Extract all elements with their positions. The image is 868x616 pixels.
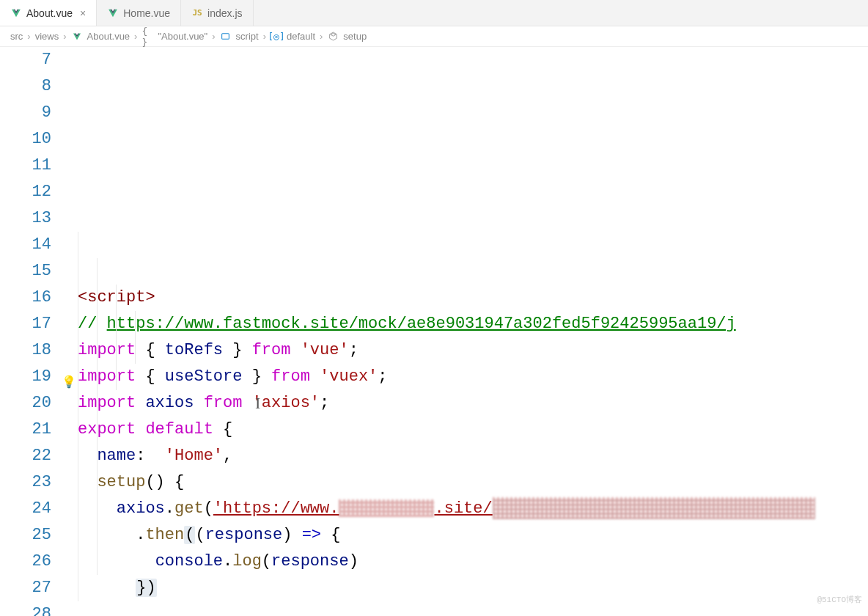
- line-number: 7: [0, 47, 51, 73]
- line-number: 16: [0, 285, 51, 311]
- code-line[interactable]: name: 'Home',: [78, 443, 868, 469]
- glyph-margin: 💡: [66, 47, 78, 616]
- tab-label: index.js: [207, 7, 242, 19]
- line-number: 10: [0, 126, 51, 153]
- line-number-gutter: 7891011121314151617181920212223242526272…: [0, 47, 66, 616]
- js-icon: JS: [191, 7, 203, 19]
- line-number: 23: [0, 469, 51, 496]
- vue-icon: [71, 31, 83, 43]
- braces-icon: { }: [141, 31, 153, 43]
- line-number: 28: [0, 601, 51, 616]
- bc-views[interactable]: views: [35, 31, 59, 42]
- close-icon[interactable]: ×: [80, 7, 86, 19]
- line-number: 25: [0, 522, 51, 549]
- editor-tabbar: About.vue × Home.vue JS index.js: [0, 0, 868, 26]
- text-cursor-icon: I: [255, 390, 260, 417]
- bc-setup[interactable]: setup: [343, 31, 367, 42]
- code-line[interactable]: import axios from 'axios';: [78, 390, 868, 417]
- chevron-right-icon: ›: [320, 31, 323, 42]
- line-number: 11: [0, 153, 51, 179]
- bracket-icon: [◎]: [271, 31, 282, 43]
- chevron-right-icon: ›: [263, 31, 266, 42]
- line-number: 14: [0, 232, 51, 258]
- bc-src[interactable]: src: [10, 31, 23, 42]
- line-number: 27: [0, 575, 51, 601]
- tab-index-js[interactable]: JS index.js: [181, 0, 253, 26]
- tab-label: About.vue: [26, 7, 73, 19]
- line-number: 12: [0, 179, 51, 205]
- cube-icon: [327, 31, 339, 43]
- tab-home-vue[interactable]: Home.vue: [97, 0, 181, 26]
- line-number: 8: [0, 73, 51, 100]
- line-number: 22: [0, 443, 51, 469]
- code-area[interactable]: I <script>// https://www.fastmock.site/m…: [78, 47, 868, 616]
- line-number: 21: [0, 417, 51, 443]
- code-line[interactable]: // https://www.fastmock.site/mock/ae8e90…: [78, 311, 868, 337]
- chevron-right-icon: ›: [63, 31, 66, 42]
- line-number: 15: [0, 258, 51, 285]
- bc-script[interactable]: script: [236, 31, 259, 42]
- chevron-right-icon: ›: [134, 31, 137, 42]
- code-editor[interactable]: 7891011121314151617181920212223242526272…: [0, 47, 868, 616]
- line-number: 17: [0, 311, 51, 337]
- code-line[interactable]: [78, 601, 868, 616]
- code-line[interactable]: <script>: [78, 285, 868, 311]
- code-line[interactable]: import { useStore } from 'vuex';: [78, 364, 868, 390]
- code-line[interactable]: console.log(response): [78, 549, 868, 575]
- line-number: 26: [0, 549, 51, 575]
- line-number: 19: [0, 364, 51, 390]
- code-line[interactable]: }): [78, 575, 868, 601]
- bc-about-vue[interactable]: About.vue: [87, 31, 130, 42]
- tab-label: Home.vue: [123, 7, 170, 19]
- code-line[interactable]: axios.get('https://www..site/: [78, 496, 868, 522]
- line-number: 20: [0, 390, 51, 417]
- line-number: 13: [0, 205, 51, 232]
- chevron-right-icon: ›: [27, 31, 30, 42]
- code-line[interactable]: export default {: [78, 417, 868, 443]
- script-icon: [220, 31, 232, 43]
- line-number: 24: [0, 496, 51, 522]
- code-line[interactable]: setup() {: [78, 469, 868, 496]
- chevron-right-icon: ›: [212, 31, 215, 42]
- line-number: 9: [0, 100, 51, 126]
- svg-rect-0: [222, 34, 229, 40]
- line-number: 18: [0, 337, 51, 364]
- breadcrumb[interactable]: src › views › About.vue › { } "About.vue…: [0, 26, 868, 47]
- lightbulb-icon[interactable]: 💡: [62, 370, 76, 396]
- watermark: @51CTO博客: [817, 587, 862, 613]
- tab-about-vue[interactable]: About.vue ×: [0, 0, 97, 26]
- code-line[interactable]: .then((response) => {: [78, 522, 868, 549]
- code-line[interactable]: [78, 258, 868, 285]
- code-line[interactable]: import { toRefs } from 'vue';: [78, 337, 868, 364]
- bc-about-vue-symbol[interactable]: "About.vue": [158, 31, 207, 42]
- vue-icon: [107, 7, 119, 19]
- bc-default[interactable]: default: [287, 31, 315, 42]
- vue-icon: [10, 7, 22, 19]
